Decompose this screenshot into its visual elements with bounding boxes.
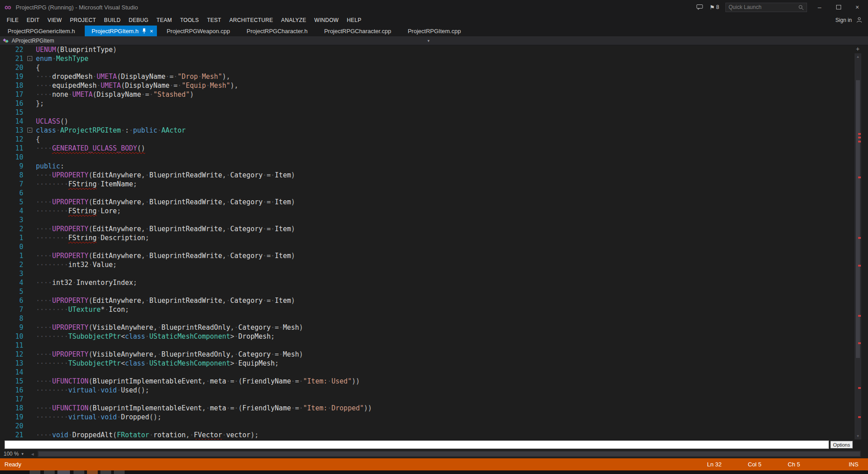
code-line[interactable]: 13-class·AProjectRPGItem·:·public·AActor [0,126,868,135]
code-line[interactable]: 21····void·DroppedAlt(FRotator·rotation,… [0,431,868,440]
taskbar-icon[interactable] [114,470,125,474]
user-icon[interactable] [856,17,863,23]
taskbar-icon[interactable] [87,470,98,474]
code-line[interactable]: 10 [0,153,868,162]
code-line[interactable]: 9····UPROPERTY(VisibleAnywhere,·Blueprin… [0,323,868,332]
code-line[interactable]: 14UCLASS() [0,117,868,126]
code-line[interactable]: 17····none·UMETA(DisplayName·=·"Stashed"… [0,90,868,99]
code-line[interactable]: 12{ [0,135,868,144]
quick-launch-input[interactable]: Quick Launch [725,3,807,12]
code-line[interactable]: 15 [0,108,868,117]
code-line[interactable]: 1····UPROPERTY(EditAnywhere,·BlueprintRe… [0,251,868,260]
taskbar-icon[interactable] [57,470,70,474]
code-line[interactable]: 11····GENERATED_UCLASS_BODY() [0,144,868,153]
find-input[interactable] [4,440,829,449]
code-line[interactable]: 6····UPROPERTY(EditAnywhere,·BlueprintRe… [0,296,868,305]
code-line[interactable]: 7········FString·ItemName; [0,180,868,189]
close-button[interactable]: × [851,4,864,11]
code-line[interactable]: 5····UPROPERTY(EditAnywhere,·BlueprintRe… [0,198,868,207]
fold-toggle[interactable]: - [27,128,32,133]
code-line[interactable]: 18····equipedMesh·UMETA(DisplayName·=·"E… [0,81,868,90]
menu-item-analyze[interactable]: ANALYZE [277,17,310,23]
code-line[interactable]: 13········TSubobjectPtr<class·UStaticMes… [0,359,868,368]
status-insert-mode: INS [849,461,859,468]
title-bar[interactable]: ∞ ProjectRPG (Running) - Microsoft Visua… [0,0,868,14]
menu-item-window[interactable]: WINDOW [310,17,343,23]
feedback-icon[interactable] [696,4,703,10]
maximize-button[interactable] [832,4,845,11]
menu-item-debug[interactable]: DEBUG [125,17,152,23]
scroll-down-icon[interactable]: ▼ [855,434,861,438]
code-line[interactable]: 19····dropedMesh·UMETA(DisplayName·=·"Dr… [0,72,868,81]
menu-item-architecture[interactable]: ARCHITECTURE [226,17,278,23]
menu-item-help[interactable]: HELP [343,17,365,23]
menu-item-test[interactable]: TEST [203,17,226,23]
split-handle[interactable]: + [854,45,861,53]
taskbar-icon[interactable] [100,470,111,474]
code-line[interactable]: 2····UPROPERTY(EditAnywhere,·BlueprintRe… [0,224,868,233]
code-line[interactable]: 6 [0,189,868,198]
code-line[interactable]: 16········virtual·void·Used(); [0,386,868,395]
code-line[interactable]: 4····int32·InventoryIndex; [0,278,868,287]
horizontal-scrollbar[interactable] [38,451,861,457]
menu-item-team[interactable]: TEAM [152,17,176,23]
code-line[interactable]: 21-enum·MeshType [0,54,868,63]
menu-item-project[interactable]: PROJECT [66,17,100,23]
code-line[interactable]: 2········int32·Value; [0,260,868,269]
code-line[interactable]: 12····UPROPERTY(VisibleAnywhere,·Bluepri… [0,350,868,359]
minimize-button[interactable]: – [813,4,826,11]
scroll-left-icon[interactable]: ◄ [27,452,38,457]
menu-item-edit[interactable]: EDIT [23,17,44,23]
tab-ProjectRPGWeapon.cpp[interactable]: ProjectRPGWeapon.cpp [160,26,237,36]
menu-item-build[interactable]: BUILD [100,17,125,23]
taskbar-icon[interactable] [44,470,55,474]
options-button[interactable]: Options [830,441,853,448]
menu-item-view[interactable]: VIEW [43,17,66,23]
notifications-button[interactable]: ⚑ 8 [710,4,719,11]
code-line[interactable]: 10········TSubobjectPtr<class·UStaticMes… [0,332,868,341]
code-line[interactable]: 18····UFUNCTION(BlueprintImplementableEv… [0,404,868,413]
taskbar-icon[interactable] [74,470,84,474]
sign-in-link[interactable]: Sign in [835,17,852,23]
tab-ProjectRPGItem.h[interactable]: ProjectRPGItem.h× [85,26,156,36]
code-line[interactable]: 16}; [0,99,868,108]
vertical-scrollbar[interactable]: ▲ ▼ [855,53,861,440]
zoom-dropdown[interactable]: 100 % ▾ [0,451,27,457]
code-line[interactable]: 4········FString·Lore; [0,207,868,215]
code-line[interactable]: 5 [0,287,868,296]
code-line[interactable]: 3 [0,215,868,224]
tab-ProjectRPGCharacter.h[interactable]: ProjectRPGCharacter.h [240,26,314,36]
code-line[interactable]: 3 [0,269,868,278]
code-line[interactable]: 1········FString·Description; [0,233,868,242]
code-line[interactable]: 7········UTexture*·Icon; [0,305,868,314]
code-line[interactable]: 11 [0,341,868,350]
code-line[interactable]: 8 [0,314,868,323]
tab-label: ProjectRPGCharacter.h [247,28,308,34]
code-line[interactable]: 20{ [0,63,868,72]
code-line-text: ········FString·ItemName; [36,180,137,189]
scroll-up-icon[interactable]: ▲ [855,55,861,59]
code-line[interactable]: 19········virtual·void·Dropped(); [0,413,868,422]
menu-item-tools[interactable]: TOOLS [176,17,203,23]
tab-ProjectRPGItem.cpp[interactable]: ProjectRPGItem.cpp [401,26,468,36]
scope-dropdown[interactable]: AProjectRPGItem ▾ [0,36,431,45]
fold-toggle[interactable]: - [27,56,32,61]
pin-icon[interactable] [142,28,146,34]
hscrollbar-thumb[interactable] [39,452,860,456]
tab-ProjectRPGGenericItem.h[interactable]: ProjectRPGGenericItem.h [1,26,82,36]
code-line[interactable]: 0 [0,242,868,251]
code-line[interactable]: 17 [0,395,868,404]
tab-ProjectRPGCharacter.cpp[interactable]: ProjectRPGCharacter.cpp [317,26,398,36]
editor[interactable]: 22UENUM(BlueprintType)21-enum·MeshType20… [0,45,868,440]
title-bar-controls: ⚑ 8 Quick Launch – × [696,3,864,12]
code-line[interactable]: 8····UPROPERTY(EditAnywhere,·BlueprintRe… [0,171,868,180]
close-tab-icon[interactable]: × [150,28,153,34]
code-line[interactable]: 14 [0,368,868,377]
code-line[interactable]: 9public: [0,162,868,171]
code-area[interactable]: 22UENUM(BlueprintType)21-enum·MeshType20… [0,45,868,440]
taskbar-icon[interactable] [30,470,40,474]
code-line[interactable]: 20 [0,422,868,431]
code-line[interactable]: 15····UFUNCTION(BlueprintImplementableEv… [0,377,868,386]
menu-item-file[interactable]: FILE [3,17,23,23]
code-line[interactable]: 22UENUM(BlueprintType) [0,45,868,54]
